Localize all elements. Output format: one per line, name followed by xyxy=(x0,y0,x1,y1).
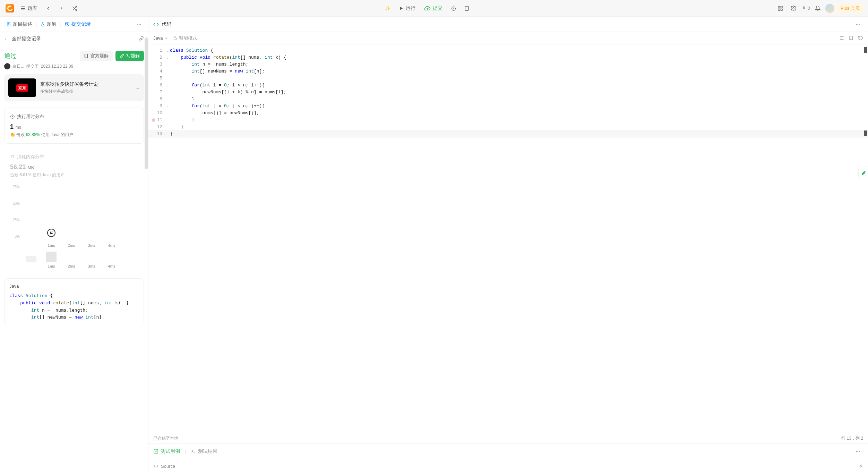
write-solution-button[interactable]: 写题解 xyxy=(115,51,144,61)
status-accepted: 通过 xyxy=(4,52,17,60)
code-more-button[interactable]: ⋯ xyxy=(852,19,863,30)
run-button[interactable]: 运行 xyxy=(395,3,419,14)
svg-rect-20 xyxy=(11,156,14,158)
arrow-right-icon: → xyxy=(135,85,140,91)
streak-counter[interactable]: 0 xyxy=(801,6,810,11)
code-icon xyxy=(153,22,159,27)
chevron-down-icon xyxy=(164,36,168,40)
language-selector[interactable]: Java xyxy=(153,35,168,41)
smart-mode[interactable]: 智能模式 xyxy=(173,35,197,41)
left-body: 通过 官方题解 写题解 白日... 提交于 2023.12.23 22:09 xyxy=(0,46,148,473)
test-section: 测试用例 | 测试结果 ⋯ Source xyxy=(148,444,868,473)
memory-value: 56.21 xyxy=(10,163,26,170)
doc-icon xyxy=(6,22,11,27)
check-square-icon xyxy=(153,449,158,454)
user-avatar[interactable] xyxy=(825,4,834,13)
editor-toolbar: Java 智能模式 xyxy=(148,32,868,44)
svg-point-13 xyxy=(793,8,794,9)
back-arrow-icon[interactable]: ← xyxy=(4,36,9,42)
flame-icon xyxy=(801,6,807,11)
topbar: ☰ 题库 ✨ 运行 提交 0 Plus 会员 xyxy=(0,0,868,17)
run-label: 运行 xyxy=(406,5,415,11)
timer-button[interactable] xyxy=(448,3,459,14)
tab-testcases[interactable]: 测试用例 xyxy=(153,448,180,455)
svg-rect-21 xyxy=(174,38,177,40)
promo-card[interactable]: 京东 京东秋招多快好省备考计划 多快好省备战秋招 → xyxy=(4,74,144,101)
tab-solution[interactable]: 题解 xyxy=(37,19,59,29)
svg-marker-3 xyxy=(400,7,403,10)
tab-testresults[interactable]: 测试结果 xyxy=(191,448,217,455)
tab-description[interactable]: 题目描述 xyxy=(3,19,35,29)
test-more-button[interactable]: ⋯ xyxy=(852,446,863,457)
list-icon: ☰ xyxy=(21,6,25,11)
svg-line-2 xyxy=(73,6,74,7)
clap-icon: 👏 xyxy=(10,132,15,137)
next-problem-button[interactable] xyxy=(56,3,67,14)
tab-history-label: 提交记录 xyxy=(71,21,91,27)
runtime-pct: 63.88% xyxy=(26,132,40,137)
tabs-more-button[interactable]: ⋯ xyxy=(134,19,145,30)
code-icon xyxy=(153,464,158,468)
official-solution-button[interactable]: 官方题解 xyxy=(80,51,113,61)
runtime-card: 执行用时分布 1 ms 👏 击败 63.88% 使用 Java 的用户 xyxy=(4,108,144,144)
tab-history[interactable]: 提交记录 xyxy=(62,19,94,29)
link-icon[interactable] xyxy=(138,36,144,42)
reset-button[interactable] xyxy=(858,35,863,41)
saved-status: 已存储至本地 xyxy=(153,436,178,441)
tab-desc-label: 题目描述 xyxy=(13,21,32,27)
memory-card: 消耗内存分布 56.21 MB 击败 5.01% 使用 Java 的用户 75%… xyxy=(4,148,144,274)
flask-icon xyxy=(40,22,45,27)
lock-icon xyxy=(173,36,177,40)
runtime-value: 1 xyxy=(10,123,14,130)
runtime-chart: 75%50%25%0% ☯ 1ms2ms3ms4ms xyxy=(10,185,138,247)
editor-minimap[interactable] xyxy=(863,47,868,433)
logo[interactable] xyxy=(4,3,15,14)
right-pane: 代码 ⋯ Java 智能模式 12345678910111213 ⌄⌄⌄⌄ c xyxy=(148,17,868,473)
problem-list-button[interactable]: ☰ 题库 xyxy=(17,3,41,14)
expand-button[interactable] xyxy=(858,464,863,468)
sparkle-button[interactable]: ✨ xyxy=(382,3,393,14)
leaf-icon xyxy=(861,170,866,176)
code-title: 代码 xyxy=(162,21,171,27)
submit-button[interactable]: 提交 xyxy=(421,3,446,14)
promo-title: 京东秋招多快好省备考计划 xyxy=(40,81,131,87)
book-icon xyxy=(84,53,89,58)
plus-badge[interactable]: Plus 会员 xyxy=(836,3,864,13)
submit-label: 提交 xyxy=(433,5,442,11)
source-row: Source xyxy=(148,459,868,473)
promo-sub: 多快好省备战秋招 xyxy=(40,88,131,94)
all-submissions-label[interactable]: 全部提交记录 xyxy=(12,36,41,42)
memory-pct: 5.01% xyxy=(19,172,31,177)
memory-title: 消耗内存分布 xyxy=(17,154,44,160)
svg-line-18 xyxy=(67,24,68,25)
svg-rect-11 xyxy=(778,9,780,10)
svg-rect-8 xyxy=(465,6,469,10)
svg-rect-25 xyxy=(154,449,158,453)
left-scrollbar[interactable] xyxy=(145,37,148,169)
notes-button[interactable] xyxy=(461,3,472,14)
code-preview-card: Java class Solution { public void rotate… xyxy=(4,278,144,326)
bell-button[interactable] xyxy=(812,3,823,14)
float-widget[interactable] xyxy=(858,167,868,179)
source-label: Source xyxy=(161,464,175,469)
code-editor[interactable]: 12345678910111213 ⌄⌄⌄⌄ class Solution { … xyxy=(148,44,868,433)
left-tabs: 题目描述 | 题解 | 提交记录 ⋯ xyxy=(0,17,148,32)
prev-problem-button[interactable] xyxy=(43,3,54,14)
settings-button[interactable] xyxy=(788,3,799,14)
edit-icon xyxy=(120,53,124,58)
svg-rect-12 xyxy=(781,9,782,10)
mini-avatar xyxy=(4,63,10,69)
submission-meta: 白日... 提交于 2023.12.23 22:09 xyxy=(4,63,144,69)
submitted-at: 2023.12.23 22:09 xyxy=(41,64,73,69)
cloud-upload-icon xyxy=(424,5,431,11)
format-button[interactable] xyxy=(839,35,844,41)
shuffle-button[interactable] xyxy=(69,3,80,14)
svg-rect-10 xyxy=(781,6,782,8)
memory-chart: 1ms2ms3ms4ms xyxy=(10,252,138,268)
promo-image: 京东 xyxy=(8,78,36,97)
chip-icon xyxy=(10,154,15,159)
layout-button[interactable] xyxy=(775,3,786,14)
bookmark-button[interactable] xyxy=(849,35,854,41)
problem-list-label: 题库 xyxy=(27,5,37,11)
cursor-position: 行 13，列 2 xyxy=(841,436,863,441)
